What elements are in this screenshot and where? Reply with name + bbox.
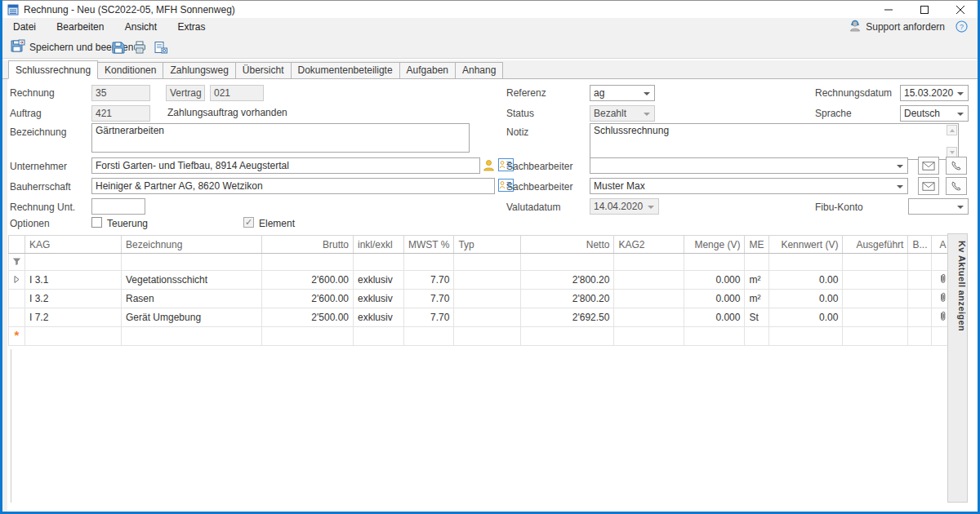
sprache-select[interactable]: Deutsch: [900, 105, 969, 122]
tab-dokumentenbeteiligte[interactable]: Dokumentenbeteiligte: [291, 62, 400, 78]
filter-cell-typ[interactable]: [454, 254, 521, 271]
filter-cell-brutto[interactable]: [262, 254, 354, 271]
cell-kennwert-v[interactable]: 0.00: [769, 271, 843, 290]
new-cell-kag[interactable]: [25, 327, 122, 346]
cell-kag2[interactable]: [614, 290, 684, 308]
cell-typ[interactable]: [454, 271, 521, 290]
close-button[interactable]: [947, 1, 974, 19]
side-panel-tab[interactable]: Kv Aktuell anzeigen: [947, 233, 968, 503]
rechnung-unt-input[interactable]: [91, 198, 145, 215]
cell-bezeichnung[interactable]: Gerät Umgebung: [122, 308, 262, 327]
cell-netto[interactable]: 2'800.20: [521, 290, 614, 308]
filter-cell-mwst[interactable]: [404, 254, 454, 271]
cell-inkl-exkl[interactable]: exklusiv: [354, 290, 404, 308]
new-cell-mwst[interactable]: [404, 327, 454, 346]
cell-menge-v[interactable]: 0.000: [684, 290, 745, 308]
filter-cell-menge-v[interactable]: [684, 254, 745, 271]
tab-anhang[interactable]: Anhang: [455, 62, 503, 78]
col-header-kag2[interactable]: KAG2: [614, 236, 684, 254]
email-button[interactable]: [918, 177, 939, 195]
filter-cell-kennwert-v[interactable]: [769, 254, 843, 271]
new-cell-ausgef-hrt[interactable]: [843, 327, 908, 346]
phone-button[interactable]: [946, 157, 967, 175]
new-cell-brutto[interactable]: [262, 327, 354, 346]
cell-kennwert-v[interactable]: 0.00: [769, 290, 843, 308]
col-header-menge-v[interactable]: Menge (V): [684, 236, 745, 254]
maximize-button[interactable]: [911, 1, 938, 19]
filter-cell-bezeichnung[interactable]: [122, 254, 262, 271]
save-button[interactable]: [109, 38, 128, 56]
cell-kennwert-v[interactable]: 0.00: [769, 308, 843, 327]
filter-cell-netto[interactable]: [521, 254, 614, 271]
menu-extras[interactable]: Extras: [168, 18, 214, 36]
new-cell-me[interactable]: [745, 327, 769, 346]
notiz-input[interactable]: Schlussrechnung: [590, 123, 959, 160]
cell-me[interactable]: m²: [745, 290, 769, 308]
cell-netto[interactable]: 2'692.50: [521, 308, 614, 327]
filter-row-icon[interactable]: [9, 254, 25, 271]
print-button[interactable]: [130, 38, 149, 56]
cell-menge-v[interactable]: 0.000: [684, 271, 745, 290]
cell-ausgef-hrt[interactable]: [843, 271, 908, 290]
new-cell-kag2[interactable]: [614, 327, 684, 346]
bezeichnung-input[interactable]: Gärtnerarbeiten: [91, 123, 470, 153]
new-cell-inkl-exkl[interactable]: [354, 327, 404, 346]
support-request-button[interactable]: Support anfordern: [849, 18, 945, 36]
tab-konditionen[interactable]: Konditionen: [97, 62, 163, 78]
filter-cell-kag[interactable]: [25, 254, 122, 271]
sachbearbeiter1-select[interactable]: [590, 157, 908, 174]
cell-kag[interactable]: I 7.2: [25, 308, 122, 327]
cell-b[interactable]: [908, 290, 932, 308]
cell-kag[interactable]: I 3.1: [25, 271, 122, 290]
col-header-mwst[interactable]: MWST %: [404, 236, 454, 254]
cell-inkl-exkl[interactable]: exklusiv: [354, 308, 404, 327]
tab-aufgaben[interactable]: Aufgaben: [399, 62, 456, 78]
filter-cell-b[interactable]: [908, 254, 932, 271]
menu-ansicht[interactable]: Ansicht: [116, 18, 166, 36]
cell-ausgef-hrt[interactable]: [843, 290, 908, 308]
col-header-b[interactable]: B...: [908, 236, 932, 254]
cell-kag[interactable]: I 3.2: [25, 290, 122, 308]
col-header-me[interactable]: ME: [745, 236, 769, 254]
teuerung-checkbox[interactable]: [91, 217, 102, 228]
new-cell-b[interactable]: [908, 327, 932, 346]
sachbearbeiter2-select[interactable]: Muster Max: [590, 178, 908, 194]
cell-typ[interactable]: [454, 290, 521, 308]
cell-netto[interactable]: 2'800.20: [521, 271, 614, 290]
cell-me[interactable]: m²: [745, 271, 769, 290]
cell-ausgef-hrt[interactable]: [843, 308, 908, 327]
cell-typ[interactable]: [454, 308, 521, 327]
col-header-kag[interactable]: KAG: [25, 236, 122, 254]
filter-cell-kag2[interactable]: [614, 254, 684, 271]
cell-brutto[interactable]: 2'600.00: [262, 271, 354, 290]
filter-cell-inkl-exkl[interactable]: [354, 254, 404, 271]
cell-mwst[interactable]: 7.70: [404, 271, 454, 290]
referenz-select[interactable]: ag: [590, 85, 655, 101]
cell-inkl-exkl[interactable]: exklusiv: [354, 271, 404, 290]
cell-mwst[interactable]: 7.70: [404, 290, 454, 308]
tab-schlussrechnung[interactable]: Schlussrechnung: [8, 60, 98, 79]
menu-datei[interactable]: Datei: [4, 18, 45, 36]
cell-bezeichnung[interactable]: Rasen: [122, 290, 262, 308]
col-header-bezeichnung[interactable]: Bezeichnung: [122, 236, 262, 254]
new-cell-menge-v[interactable]: [684, 327, 745, 346]
minimize-button[interactable]: [875, 1, 902, 19]
new-cell-bezeichnung[interactable]: [122, 327, 262, 346]
cell-me[interactable]: St: [745, 308, 769, 327]
help-icon[interactable]: ?: [956, 20, 968, 35]
tab-uebersicht[interactable]: Übersicht: [235, 62, 292, 78]
new-cell-netto[interactable]: [521, 327, 614, 346]
cell-mwst[interactable]: 7.70: [404, 308, 454, 327]
cell-b[interactable]: [908, 271, 932, 290]
unternehmer-field[interactable]: Forsti Garten- und Tiefbau, 8914 Aeugste…: [91, 157, 480, 174]
cell-kag2[interactable]: [614, 308, 684, 327]
cell-menge-v[interactable]: 0.000: [684, 308, 745, 327]
cell-kag2[interactable]: [614, 271, 684, 290]
new-cell-typ[interactable]: [454, 327, 521, 346]
col-header-ausgef-hrt[interactable]: Ausgeführt: [843, 236, 908, 254]
col-header-typ[interactable]: Typ: [454, 236, 521, 254]
scroll-up-icon[interactable]: [947, 125, 957, 135]
filter-cell-ausgef-hrt[interactable]: [843, 254, 908, 271]
cell-brutto[interactable]: 2'600.00: [262, 290, 354, 308]
phone-button[interactable]: [946, 177, 967, 195]
